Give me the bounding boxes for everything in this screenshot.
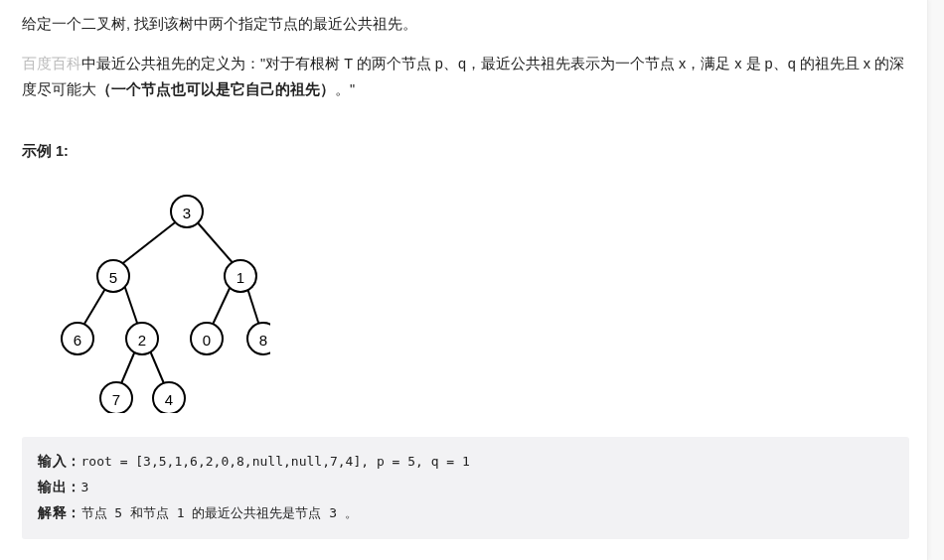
sample-input-line: 输入：root = [3,5,1,6,2,0,8,null,null,7,4],… [38,449,893,475]
problem-definition: 百度百科中最近公共祖先的定义为："对于有根树 T 的两个节点 p、q，最近公共祖… [22,51,909,102]
explain-label: 解释： [38,504,81,520]
sample-output-line: 输出：3 [38,475,893,500]
node-7: 7 [112,390,120,407]
sample-io-block: 输入：root = [3,5,1,6,2,0,8,null,null,7,4],… [22,437,909,539]
node-3: 3 [183,204,191,220]
node-8: 8 [259,331,267,348]
node-2: 2 [138,331,146,348]
input-label: 输入： [38,453,81,469]
svg-line-3 [123,282,139,329]
problem-intro: 给定一个二叉树, 找到该树中两个指定节点的最近公共祖先。 [22,12,909,37]
svg-line-0 [119,219,179,266]
example-heading: 示例 1: [22,142,909,161]
node-4: 4 [165,390,173,407]
tree-labels: 3 5 1 6 2 0 8 7 4 [74,204,267,407]
svg-line-4 [211,282,233,329]
explain-value: 节点 5 和节点 1 的最近公共祖先是节点 3 。 [81,505,358,520]
tree-svg: 3 5 1 6 2 0 8 7 4 [42,185,270,413]
sample-explain-line: 解释：节点 5 和节点 1 的最近公共祖先是节点 3 。 [38,500,893,526]
tree-edges [81,219,260,388]
output-value: 3 [81,480,89,494]
tree-circles [62,196,270,413]
output-label: 输出： [38,479,81,494]
node-6: 6 [74,331,81,348]
node-1: 1 [236,268,244,285]
tree-diagram: 3 5 1 6 2 0 8 7 4 [42,185,909,417]
node-5: 5 [109,268,117,285]
definition-bold: （一个节点也可以是它自己的祖先） [96,81,335,97]
definition-text-2: 。" [335,81,355,97]
svg-line-1 [195,219,236,266]
node-0: 0 [203,331,211,348]
baike-link[interactable]: 百度百科 [22,56,81,71]
problem-document: 给定一个二叉树, 找到该树中两个指定节点的最近公共祖先。 百度百科中最近公共祖先… [0,0,928,560]
input-value: root = [3,5,1,6,2,0,8,null,null,7,4], p … [81,454,470,469]
